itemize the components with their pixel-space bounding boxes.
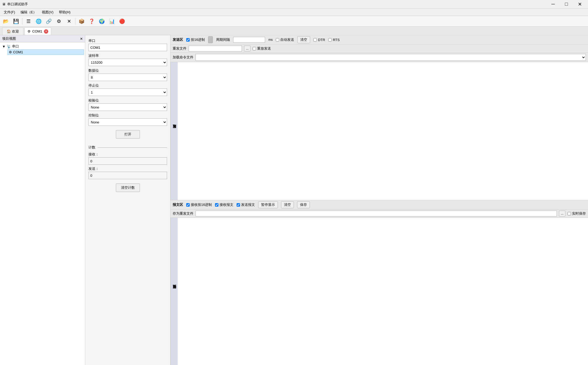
- port-input[interactable]: [88, 44, 167, 51]
- realtime-save-check-group[interactable]: 实时保存: [567, 211, 586, 216]
- close-button[interactable]: ✕: [574, 1, 586, 8]
- send-toolbar: 发送区 按16进制 周期间隔 ms: [171, 35, 588, 45]
- hex-recv-check-group[interactable]: 接收按16进制: [186, 202, 212, 207]
- save-file-label: 存为重发文件: [173, 211, 193, 216]
- tab-home-label: 欢迎: [12, 29, 19, 34]
- rts-check-group[interactable]: RTS: [328, 38, 340, 42]
- stopbits-label: 停止位: [88, 83, 167, 88]
- tree-com1[interactable]: ⚙ COM1: [7, 49, 84, 55]
- project-tree: ▼ 📡 串口 ⚙ COM1: [0, 42, 85, 56]
- load-label: 加载命令文件: [173, 55, 193, 60]
- send-hex-checkbox[interactable]: [186, 38, 190, 42]
- rts-label: RTS: [333, 38, 340, 42]
- recv-msg-check-group[interactable]: 接收报文: [215, 202, 233, 207]
- recv-textarea[interactable]: [178, 218, 588, 365]
- toolbar-sep-2: [75, 18, 75, 25]
- count-divider: 计数: [88, 145, 167, 150]
- app-icon: 🖥: [2, 2, 6, 6]
- project-close-icon[interactable]: ✕: [80, 37, 83, 41]
- toolbar-link[interactable]: 🔗: [44, 17, 54, 26]
- send-gray-button[interactable]: [208, 36, 213, 43]
- toolbar-close-x[interactable]: ✕: [64, 17, 74, 26]
- hex-recv-checkbox[interactable]: [186, 203, 190, 207]
- resend-input[interactable]: [189, 46, 242, 51]
- parity-label: 校验位: [88, 98, 167, 103]
- realtime-save-checkbox[interactable]: [567, 212, 571, 215]
- resend-checkbox[interactable]: [253, 47, 256, 50]
- serial-settings: 串口 波特率 115200 9600 19200 38400 57600 230…: [85, 35, 171, 365]
- send-clear-button[interactable]: 清空: [297, 36, 310, 43]
- resend-label: 重发文件: [173, 46, 186, 51]
- pause-display-button[interactable]: 暂停显示: [258, 201, 278, 208]
- tab-close-button[interactable]: ✕: [44, 29, 48, 34]
- toolbar-globe[interactable]: 🌐: [34, 17, 43, 26]
- flowctrl-field: 控制位 None RTS/CTS XON/XOFF: [88, 113, 167, 126]
- recv-section-label: 报文区: [173, 202, 183, 207]
- resend-check-label: 重放发送: [257, 46, 271, 51]
- toolbar-open[interactable]: 📂: [1, 17, 11, 26]
- send-msg-checkbox[interactable]: [237, 203, 240, 207]
- count-section: 计数 接收： 发送：: [88, 145, 167, 179]
- period-label: 周期间隔: [216, 37, 230, 42]
- load-row: 加载命令文件: [171, 53, 588, 62]
- auto-send-checkbox[interactable]: [276, 38, 279, 42]
- send-msg-check-group[interactable]: 发送报文: [237, 202, 255, 207]
- flowctrl-select[interactable]: None RTS/CTS XON/XOFF: [88, 118, 167, 126]
- toolbar-net[interactable]: 🌍: [97, 17, 107, 26]
- menu-help[interactable]: 帮助(H): [56, 9, 73, 15]
- tab-com1[interactable]: ⚙ COM1 ✕: [25, 27, 51, 35]
- menu-file[interactable]: 文件(F): [1, 9, 18, 15]
- auto-send-check-group[interactable]: 自动发送: [276, 37, 294, 42]
- toolbar: 📂 💾 ☰ 🌐 🔗 ⚙ ✕ 📦 ❓ 🌍 📊 🔴: [0, 16, 588, 27]
- menu-view[interactable]: 视图(V): [39, 9, 56, 15]
- config-body: 串口 波特率 115200 9600 19200 38400 57600 230…: [85, 35, 588, 365]
- clear-count-button[interactable]: 清空计数: [116, 183, 140, 192]
- open-button[interactable]: 打开: [116, 130, 140, 139]
- minimize-button[interactable]: ─: [547, 1, 559, 8]
- save-file-dots-button[interactable]: ...: [559, 211, 565, 216]
- toolbar-package[interactable]: 📦: [77, 17, 86, 26]
- tab-home[interactable]: 🏠 欢迎: [2, 27, 23, 35]
- toolbar-save[interactable]: 💾: [11, 17, 21, 26]
- recv-vertical-label: 报文区: [171, 218, 178, 365]
- comm-area: 发送区 按16进制 周期间隔 ms: [171, 35, 588, 365]
- recv-toolbar: 报文区 接收按16进制 接收报文 发送报文: [171, 200, 588, 210]
- save-file-row: 存为重发文件 ... 实时保存: [171, 210, 588, 218]
- recv-clear-button[interactable]: 清空: [281, 201, 294, 208]
- resend-dots-button[interactable]: ...: [244, 46, 250, 51]
- save-button[interactable]: 保存: [297, 201, 310, 208]
- rts-checkbox[interactable]: [328, 38, 332, 42]
- maximize-button[interactable]: □: [560, 1, 573, 8]
- load-select[interactable]: [196, 54, 586, 61]
- toolbar-list[interactable]: ☰: [24, 17, 33, 26]
- window-controls: ─ □ ✕: [547, 1, 586, 8]
- baud-select[interactable]: 115200 9600 19200 38400 57600 230400: [88, 59, 167, 66]
- toolbar-settings[interactable]: ⚙: [54, 17, 64, 26]
- port-field: 串口: [88, 38, 167, 51]
- home-icon: 🏠: [7, 29, 11, 33]
- toolbar-chart[interactable]: 📊: [107, 17, 117, 26]
- send-textarea[interactable]: [178, 62, 588, 200]
- recv-msg-checkbox[interactable]: [215, 203, 218, 207]
- dtr-checkbox[interactable]: [313, 38, 317, 42]
- ms-label: ms: [268, 38, 273, 42]
- app-title: 串口调试助手: [7, 2, 28, 7]
- parity-select[interactable]: None Odd Even: [88, 103, 167, 111]
- realtime-label: 实时保存: [572, 211, 586, 216]
- recv-area: 报文区 接收按16进制 接收报文 发送报文: [171, 200, 588, 365]
- toolbar-record[interactable]: 🔴: [117, 17, 127, 26]
- databits-select[interactable]: 8 5 6 7: [88, 74, 167, 81]
- recv-content-area: 报文区: [171, 218, 588, 365]
- tree-com1-icon: ⚙: [9, 50, 12, 54]
- toolbar-help[interactable]: ❓: [87, 17, 96, 26]
- dtr-check-group[interactable]: DTR: [313, 38, 325, 42]
- resend-check-group[interactable]: 重放发送: [253, 46, 271, 51]
- tree-root-serial[interactable]: ▼ 📡 串口: [1, 43, 84, 49]
- save-file-input[interactable]: [196, 211, 557, 216]
- send-hex-check-group[interactable]: 按16进制: [186, 37, 205, 42]
- project-panel: 项目视图 ✕ ▼ 📡 串口 ⚙ COM1: [0, 35, 85, 365]
- period-input[interactable]: [233, 37, 265, 43]
- auto-send-label: 自动发送: [280, 37, 294, 42]
- menu-edit[interactable]: 编辑（E）: [18, 9, 39, 15]
- stopbits-select[interactable]: 1 1.5 2: [88, 89, 167, 96]
